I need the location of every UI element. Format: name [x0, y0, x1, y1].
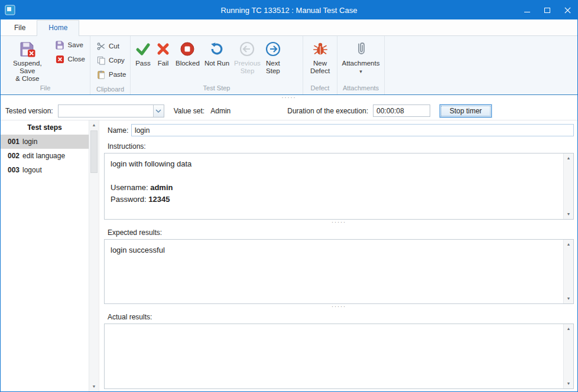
close-test-label: Close: [68, 55, 85, 63]
scroll-down-icon[interactable]: ▼: [564, 294, 573, 303]
stop-timer-button[interactable]: Stop timer: [440, 104, 492, 117]
scroll-down-icon[interactable]: ▼: [564, 379, 573, 388]
app-icon: [5, 5, 15, 15]
not-run-label: Not Run: [204, 60, 229, 67]
instructions-scrollbar[interactable]: ▲ ▼: [563, 153, 573, 219]
suspend-save-close-label2: & Close: [15, 75, 39, 83]
next-step-button[interactable]: Next Step: [263, 38, 283, 75]
close-test-icon: [56, 54, 65, 64]
ribbon-group-test-step: Pass Fail Blocked: [131, 36, 303, 94]
paste-label: Paste: [109, 71, 126, 78]
previous-step-button: Previous Step: [232, 38, 263, 75]
expected-splitter[interactable]: ·····: [104, 304, 574, 312]
test-steps-scrollbar[interactable]: ▲ ▼: [89, 120, 99, 391]
scroll-down-icon[interactable]: ▼: [89, 382, 99, 391]
close-button[interactable]: [557, 1, 577, 19]
cut-label: Cut: [109, 43, 119, 50]
previous-step-label2: Step: [241, 67, 255, 75]
paste-button[interactable]: Paste: [94, 68, 128, 80]
value-set-value: Admin: [210, 107, 230, 115]
save-label: Save: [68, 41, 83, 48]
attachments-button[interactable]: Attachments ▾: [340, 38, 382, 76]
content-area: Test steps 001login 002edit language 003…: [1, 120, 577, 391]
instructions-password-line: Password: 12345: [111, 194, 557, 205]
fail-button[interactable]: Fail: [153, 38, 173, 67]
titlebar: Running TC 133512 : Manual Test Case: [1, 1, 577, 19]
test-step-item-3[interactable]: 003logout: [1, 163, 89, 177]
blocked-label: Blocked: [176, 60, 200, 67]
ribbon-group-attachments: Attachments ▾ Attachments: [337, 36, 385, 94]
suspend-save-close-icon: [20, 40, 35, 58]
test-steps-panel: Test steps 001login 002edit language 003…: [1, 120, 99, 391]
suspend-save-close-button[interactable]: Suspend, Save & Close: [3, 38, 52, 83]
previous-step-icon: [239, 40, 255, 58]
scroll-up-icon[interactable]: ▲: [89, 120, 99, 130]
not-run-button[interactable]: Not Run: [202, 38, 232, 67]
next-step-label2: Step: [266, 67, 280, 75]
cut-button[interactable]: Cut: [94, 40, 128, 52]
maximize-button[interactable]: [537, 1, 557, 19]
instructions-box[interactable]: login with following data Username: admi…: [104, 153, 574, 220]
scroll-up-icon[interactable]: ▲: [564, 324, 573, 334]
ribbon-group-attachments-label: Attachments: [337, 84, 384, 94]
pass-icon: [135, 40, 151, 58]
ribbon: Suspend, Save & Close Save Close: [1, 36, 577, 95]
username-label: Username:: [111, 183, 150, 192]
test-step-item-1[interactable]: 001login: [1, 135, 89, 149]
scrollbar-thumb[interactable]: [90, 130, 98, 173]
instructions-label: Instructions:: [108, 142, 574, 151]
expected-scrollbar[interactable]: ▲ ▼: [563, 240, 573, 303]
scroll-down-icon[interactable]: ▼: [564, 210, 573, 219]
step-detail-panel: Name: Instructions: login with following…: [99, 120, 577, 391]
scroll-up-icon[interactable]: ▲: [564, 153, 573, 163]
scroll-up-icon[interactable]: ▲: [564, 240, 573, 249]
minimize-button[interactable]: [517, 1, 537, 19]
actual-scrollbar[interactable]: ▲ ▼: [563, 324, 573, 388]
scrollbar-track[interactable]: [564, 249, 573, 294]
pass-button[interactable]: Pass: [133, 38, 153, 67]
test-step-item-2[interactable]: 002edit language: [1, 149, 89, 163]
ribbon-group-file: Suspend, Save & Close Save Close: [1, 36, 90, 94]
step-number: 001: [8, 138, 20, 146]
tab-home[interactable]: Home: [37, 20, 79, 36]
ribbon-splitter[interactable]: ·····: [1, 95, 577, 102]
combo-dropdown-icon[interactable]: [153, 105, 164, 117]
actual-results-label: Actual results:: [108, 313, 574, 321]
blocked-button[interactable]: Blocked: [173, 38, 202, 67]
duration-input[interactable]: [373, 104, 430, 117]
attachments-label: Attachments: [342, 60, 380, 67]
expected-results-box[interactable]: login successful ▲ ▼: [104, 239, 574, 304]
save-button[interactable]: Save: [53, 39, 87, 51]
scrollbar-track[interactable]: [564, 334, 573, 379]
instructions-splitter[interactable]: ·····: [104, 220, 574, 227]
window-title: Running TC 133512 : Manual Test Case: [1, 6, 577, 15]
expected-results-text: login successful: [105, 240, 563, 303]
tested-version-input[interactable]: [59, 105, 153, 117]
step-number: 002: [8, 152, 20, 160]
minimize-icon: [524, 12, 530, 12]
test-steps-header: Test steps: [1, 120, 89, 135]
scrollbar-track[interactable]: [89, 130, 99, 382]
tab-file[interactable]: File: [3, 21, 37, 35]
attachments-dropdown-icon[interactable]: ▾: [359, 68, 362, 76]
next-step-icon: [265, 40, 281, 58]
tested-version-combo[interactable]: [58, 104, 164, 117]
scrollbar-track[interactable]: [564, 163, 573, 210]
name-input[interactable]: [131, 124, 574, 136]
tested-version-label: Tested version:: [5, 107, 53, 115]
password-value: 12345: [148, 195, 170, 204]
copy-button[interactable]: Copy: [94, 54, 128, 66]
step-label: edit language: [22, 152, 65, 160]
step-label: logout: [22, 166, 42, 174]
close-test-button[interactable]: Close: [53, 53, 87, 65]
duration-label: Duration of the execution:: [287, 107, 368, 115]
ribbon-group-clipboard-label: Clipboard: [90, 85, 130, 94]
actual-results-box[interactable]: ▲ ▼: [104, 324, 574, 389]
paperclip-icon: [353, 40, 369, 58]
ribbon-group-defect-label: Defect: [303, 84, 337, 94]
ribbon-tab-row: File Home: [1, 19, 577, 36]
paste-icon: [96, 70, 106, 79]
new-defect-button[interactable]: New Defect: [308, 38, 332, 75]
fail-label: Fail: [158, 60, 169, 67]
expected-results-label: Expected results:: [108, 228, 574, 237]
